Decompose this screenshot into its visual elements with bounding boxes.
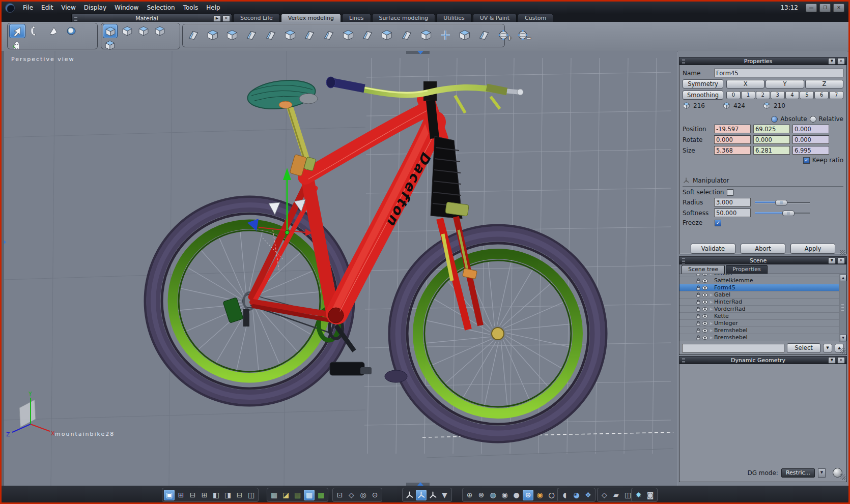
grid-snap-icon[interactable]: ▦	[304, 490, 315, 500]
softness-input[interactable]	[714, 209, 751, 217]
symmetry-x-button[interactable]: X	[726, 80, 764, 88]
eye-icon[interactable]	[702, 314, 707, 318]
scene-tree-row[interactable]: ▶HinterRad	[679, 299, 839, 306]
close-button[interactable]: ✕	[833, 4, 844, 12]
scroll-grip-icon[interactable]	[841, 304, 844, 311]
center-view-icon[interactable]: ◇	[346, 490, 357, 500]
dynamic-geometry-panel-header[interactable]: Dynamic Geometry ▼ ✕	[679, 357, 846, 364]
relative-radio[interactable]	[810, 116, 816, 123]
plane-fold-tool-button[interactable]	[185, 27, 202, 41]
h-split-icon[interactable]: ⊟	[234, 490, 245, 500]
chamfer-box-icon[interactable]: ▰	[611, 490, 621, 500]
rotate-x-input[interactable]	[714, 135, 751, 144]
symmetry-z-button[interactable]: Z	[805, 80, 843, 88]
eye-icon[interactable]	[702, 300, 707, 304]
size-x-input[interactable]	[714, 146, 751, 155]
maximize-button[interactable]: ❐	[819, 4, 831, 12]
eye-icon[interactable]	[702, 293, 707, 297]
face-select-button[interactable]	[46, 24, 61, 37]
scene-tree-row[interactable]: ▶Gabel	[679, 291, 839, 299]
sphere-plus-tool-button[interactable]: +	[495, 27, 512, 41]
move-down-icon[interactable]: ▼	[823, 344, 832, 352]
object-mode-button[interactable]	[103, 24, 118, 38]
lock-icon[interactable]	[697, 329, 700, 333]
plane-arrow-tool-button[interactable]	[243, 27, 260, 41]
position-y-input[interactable]	[753, 125, 790, 133]
cube-top-tool-button[interactable]	[204, 27, 221, 41]
softness-slider[interactable]: |||	[755, 210, 810, 216]
eye-icon[interactable]	[702, 336, 707, 339]
panel-resize-grip[interactable]	[840, 250, 845, 255]
zoom-region-icon[interactable]: ◎	[358, 490, 369, 500]
keep-ratio-checkbox[interactable]: ✓	[803, 157, 810, 164]
tab-vertex-modeling[interactable]: Vertex modeling	[281, 14, 341, 22]
quad-view-icon[interactable]: ⊞	[176, 490, 186, 500]
vertex-mode-button[interactable]	[153, 24, 166, 37]
lock-icon[interactable]	[697, 279, 700, 283]
menu-help[interactable]: Help	[202, 3, 224, 13]
left-scroll-marker-icon[interactable]	[4, 239, 6, 245]
eye-icon[interactable]	[702, 307, 707, 311]
cube-points-tool-button[interactable]	[281, 27, 298, 41]
lock-icon[interactable]	[697, 336, 700, 340]
expand-icon[interactable]: ▶	[710, 321, 714, 325]
smoothing-level-7[interactable]: 7	[829, 91, 843, 99]
sphere-minus-tool-button[interactable]: −	[515, 27, 531, 41]
lock-icon[interactable]	[697, 286, 700, 290]
scene-tree-row[interactable]: ▶Lenker	[679, 274, 839, 277]
dg-mode-dropdown-arrow-icon[interactable]: ▼	[818, 468, 826, 478]
top-scroll-marker-icon[interactable]	[417, 51, 423, 54]
panel-menu-icon[interactable]: ▼	[828, 257, 836, 264]
manip-drop-icon[interactable]: ▼	[439, 490, 450, 500]
soft-selection-checkbox[interactable]	[727, 189, 733, 196]
cube-rotate-tool-button[interactable]	[456, 27, 473, 41]
hidden-line-icon[interactable]: ⊛	[476, 490, 487, 500]
smoothing-level-3[interactable]: 3	[771, 91, 785, 99]
tab-uv-paint[interactable]: UV & Paint	[473, 14, 517, 22]
scene-tree-row[interactable]: ▶VorderrRad	[679, 306, 839, 313]
edge-mode-button[interactable]	[136, 24, 150, 37]
scene-tree-row[interactable]: ▶Sattelklemme	[679, 277, 839, 284]
smoothing-level-2[interactable]: 2	[756, 91, 770, 99]
scene-tree-row[interactable]: ▶Bremshebel	[679, 327, 839, 334]
softness-slider-thumb[interactable]: |||	[782, 211, 795, 216]
visibility-icon[interactable]: ⊙	[370, 490, 380, 500]
tab-custom[interactable]: Custom	[518, 14, 553, 22]
eye-icon[interactable]	[702, 321, 707, 325]
panel-menu-icon[interactable]: ▼	[828, 357, 836, 364]
split-top-icon[interactable]: ⊟	[187, 490, 198, 500]
viewport-3d[interactable]: Dacefton	[4, 51, 677, 486]
scene-tree-row-selected[interactable]: ▶Form45	[679, 284, 839, 291]
scroll-down-icon[interactable]: ▼	[840, 335, 846, 341]
name-input[interactable]	[714, 69, 843, 77]
apply-button[interactable]: Apply	[790, 244, 835, 254]
menu-view[interactable]: View	[57, 3, 79, 13]
rotate-z-input[interactable]	[792, 135, 829, 144]
radius-slider-thumb[interactable]: |||	[775, 200, 787, 205]
grid-x-icon[interactable]: ▦	[292, 490, 303, 500]
v-split-icon[interactable]: ◫	[246, 490, 257, 500]
lock-icon[interactable]	[697, 274, 700, 276]
scene-panel-header[interactable]: Scene ▼ ✕	[679, 257, 846, 264]
dg-mode-dropdown[interactable]: Restric...	[781, 468, 815, 478]
scroll-up-icon[interactable]: ▲	[840, 275, 846, 281]
menu-selection[interactable]: Selection	[143, 3, 179, 13]
smoothing-level-6[interactable]: 6	[814, 91, 829, 99]
grid-z-icon[interactable]: ▦	[316, 490, 326, 500]
wireframe-icon[interactable]: ⊕	[464, 490, 475, 500]
face-mode-button[interactable]	[120, 24, 134, 37]
position-z-input[interactable]	[792, 125, 829, 133]
absolute-radio[interactable]	[771, 116, 778, 123]
material-panel-header[interactable]: Material ▶ ✕	[71, 14, 232, 22]
fit-view-icon[interactable]: ⊡	[334, 490, 345, 500]
menu-display[interactable]: Display	[80, 3, 110, 13]
panel-resize-grip[interactable]	[840, 348, 845, 353]
scene-search-input[interactable]	[682, 344, 784, 352]
panel-close-icon[interactable]: ✕	[837, 257, 845, 264]
panel-resize-grip[interactable]	[840, 475, 845, 480]
lock-icon[interactable]	[697, 307, 700, 311]
minimize-button[interactable]: —	[806, 4, 817, 12]
lock-icon[interactable]	[697, 314, 700, 318]
multi-mode-button[interactable]	[103, 38, 117, 51]
eye-icon[interactable]	[702, 274, 707, 275]
